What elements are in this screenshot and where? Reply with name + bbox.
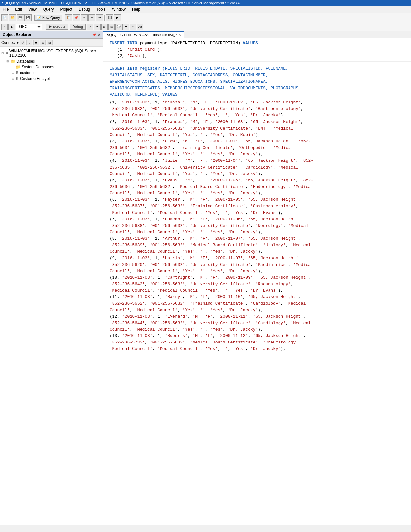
oe-btn-filter[interactable]: ▽: [26, 40, 32, 45]
new-query-label: New Query: [42, 16, 60, 20]
save-all-btn[interactable]: 💾: [24, 14, 32, 21]
menu-item-file[interactable]: File: [1, 6, 10, 12]
new-query-btn[interactable]: 📝 New Query: [34, 15, 62, 21]
menu-bar: File Edit View Query Project Debug Tools…: [0, 6, 411, 13]
title-bar: SQLQuery1.sql - WIN-M0FMH59U6CU\SQLEXPRE…: [0, 0, 411, 6]
new-query-icon: 📝: [37, 15, 41, 20]
panel-header-icons: 📌 ✕: [93, 33, 100, 37]
customer-db-icon: 🗄: [16, 71, 19, 75]
tree-system-databases[interactable]: ⊞ 📁 System Databases: [0, 64, 103, 70]
query-tab[interactable]: SQLQuery1.sql - WIN-...\Administrator (5…: [103, 31, 184, 38]
undo-btn[interactable]: ↩: [88, 14, 95, 21]
t2-extra1[interactable]: ≔: [122, 24, 129, 30]
connect-label: Connect ▾: [1, 40, 19, 45]
paste-btn[interactable]: 📌: [73, 14, 80, 21]
editor-insert-block[interactable]: ─INSERT INTO paymenttype (PAYMENTTYPEID,…: [103, 38, 411, 62]
toolbar-btn-extra1[interactable]: 🔲: [106, 14, 113, 21]
databases-expand-icon: ⊟: [6, 60, 10, 63]
values-block: (1, '2016-11-03', 1, 'Mikasa ', 'M', 'F'…: [110, 99, 405, 352]
toolbar-btn-extra2[interactable]: ▶: [114, 14, 121, 21]
toolbar2-icons-left: ≡ ▲: [1, 24, 15, 30]
server-icon: 🖥: [5, 52, 8, 55]
menu-item-debug[interactable]: Debug: [77, 6, 91, 12]
system-db-label: System Databases: [22, 65, 54, 69]
sql-editor-content[interactable]: INSERT INTO register (REGISTERID, REGIST…: [103, 62, 411, 525]
tree-customer[interactable]: ⊞ 🗄 customer: [0, 70, 103, 76]
tab-close-icon[interactable]: ✕: [178, 33, 181, 37]
query-tab-label: SQLQuery1.sql - WIN-...\Administrator (5…: [107, 33, 177, 37]
execute-button[interactable]: ▶ Execute: [46, 24, 68, 30]
oe-btn-refresh[interactable]: ↺: [20, 40, 25, 45]
cut-btn[interactable]: ✂: [81, 14, 88, 21]
oe-tree: ⊟ 🖥 WIN-M0FMH59U6CU\SQLEXPRESS (SQL Serv…: [0, 47, 103, 83]
new-file-btn[interactable]: 📄: [1, 14, 8, 21]
t2-check-icon[interactable]: ✓: [87, 24, 93, 30]
execute-icon: ▶: [49, 24, 52, 28]
object-explorer-title: Object Explorer: [3, 33, 31, 37]
toolbar2-icons-right: ✓ ✦ ⊞ ▤ 💬 ≔ ≡ Aa: [87, 24, 143, 30]
pin-icon[interactable]: 📌: [93, 33, 96, 37]
customerencrypt-db-icon: 🗄: [16, 77, 19, 81]
close-panel-icon[interactable]: ✕: [98, 33, 100, 37]
system-db-expand-icon: ⊞: [12, 65, 15, 69]
object-explorer-header: Object Explorer 📌 ✕: [0, 31, 103, 39]
t2-btn1[interactable]: ≡: [1, 24, 8, 30]
menu-item-view[interactable]: View: [27, 6, 38, 12]
customerencrypt-label: CustomerEncrypt: [20, 76, 50, 81]
t2-btn2[interactable]: ▲: [8, 24, 15, 30]
debug-label: Debug: [73, 25, 83, 29]
tab-bar: SQLQuery1.sql - WIN-...\Administrator (5…: [103, 31, 411, 38]
tree-customerencrypt[interactable]: ⊞ 🗄 CustomerEncrypt: [0, 76, 103, 82]
oe-btn-expand[interactable]: ⊞: [40, 40, 46, 45]
save-btn[interactable]: 💾: [17, 14, 24, 21]
server-label: WIN-M0FMH59U6CU\SQLEXPRESS (SQL Server 1…: [9, 49, 102, 58]
menu-item-tools[interactable]: Tools: [95, 6, 107, 12]
oe-toolbar: Connect ▾ ↺ ▽ ■ ⊞ ⊟: [0, 39, 103, 47]
execute-label: Execute: [53, 24, 65, 28]
tree-server[interactable]: ⊟ 🖥 WIN-M0FMH59U6CU\SQLEXPRESS (SQL Serv…: [0, 48, 103, 58]
tree-databases[interactable]: ⊟ 📁 Databases: [0, 58, 103, 64]
customerencrypt-expand-icon: ⊞: [12, 77, 15, 80]
t2-results-icon[interactable]: ▤: [108, 24, 115, 30]
redo-btn[interactable]: ↪: [96, 14, 103, 21]
copy-btn[interactable]: 📋: [65, 14, 72, 21]
t2-parse-icon[interactable]: ✦: [94, 24, 101, 30]
oe-btn-stop[interactable]: ■: [33, 40, 39, 45]
main-area: Object Explorer 📌 ✕ Connect ▾ ↺ ▽ ■ ⊞ ⊟ …: [0, 31, 411, 525]
main-toolbar: 📄 📂 💾 💾 📝 New Query 📋 📌 ✂ ↩ ↪ 🔲 ▶: [0, 13, 411, 22]
t2-grid-icon[interactable]: ⊞: [101, 24, 108, 30]
debug-button[interactable]: Debug: [70, 24, 86, 30]
menu-item-edit[interactable]: Edit: [14, 6, 23, 12]
window-title: SQLQuery1.sql - WIN-M0FMH59U6CU\SQLEXPRE…: [2, 1, 240, 5]
customer-expand-icon: ⊞: [12, 71, 15, 74]
customer-label: customer: [20, 71, 36, 75]
open-file-btn[interactable]: 📂: [9, 14, 16, 21]
menu-item-project[interactable]: Project: [59, 6, 73, 12]
databases-folder-icon: 📁: [11, 59, 15, 63]
sql-editor-area: SQLQuery1.sql - WIN-...\Administrator (5…: [103, 31, 411, 525]
menu-item-window[interactable]: Window: [111, 6, 127, 12]
object-explorer-panel: Object Explorer 📌 ✕ Connect ▾ ↺ ▽ ■ ⊞ ⊟ …: [0, 31, 103, 525]
system-db-icon: 📁: [16, 65, 21, 69]
menu-item-help[interactable]: Help: [131, 6, 142, 12]
query-toolbar: ≡ ▲ GHC ▶ Execute Debug ✓ ✦ ⊞ ▤ 💬 ≔ ≡ Aa: [0, 22, 411, 31]
database-select[interactable]: GHC: [16, 24, 42, 30]
server-expand-icon: ⊟: [1, 52, 4, 55]
oe-btn-collapse[interactable]: ⊟: [47, 40, 53, 45]
t2-extra3[interactable]: Aa: [137, 24, 143, 30]
t2-msg-icon[interactable]: 💬: [115, 24, 122, 30]
t2-extra2[interactable]: ≡: [130, 24, 136, 30]
databases-label: Databases: [16, 59, 35, 63]
insert-header: INSERT INTO register (REGISTERID, REGIST…: [110, 65, 405, 98]
menu-item-query[interactable]: Query: [42, 6, 55, 12]
